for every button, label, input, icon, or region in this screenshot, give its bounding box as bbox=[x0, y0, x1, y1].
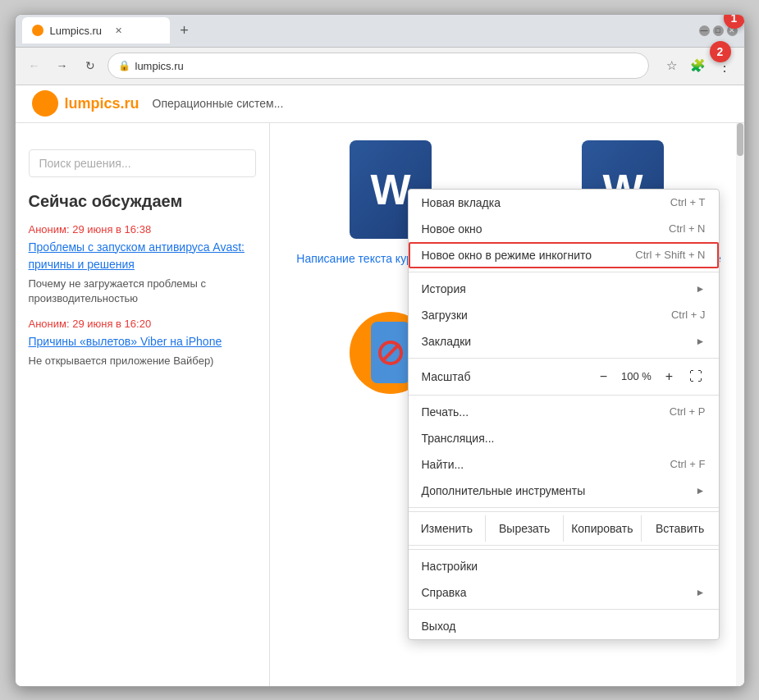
menu-exit[interactable]: Выход bbox=[409, 613, 719, 639]
left-panel: Поиск решения... Сейчас обсуждаем Аноним… bbox=[16, 123, 270, 686]
lock-icon: 🔒 bbox=[118, 60, 130, 71]
menu-incognito-shortcut: Ctrl + Shift + N bbox=[635, 249, 705, 261]
scrollbar-thumb[interactable] bbox=[737, 123, 743, 156]
menu-incognito-label: Новое окно в режиме инкогнито bbox=[422, 249, 592, 262]
title-bar: Lumpics.ru ✕ + — □ ✕ 1 bbox=[16, 15, 744, 48]
zoom-expand-button[interactable]: ⛶ bbox=[686, 367, 706, 387]
site-nav: Операционные систем... bbox=[153, 97, 284, 110]
logo[interactable]: lumpics.ru bbox=[32, 90, 139, 117]
menu-new-tab-label: Новая вкладка bbox=[422, 196, 501, 209]
menu-new-window-label: Новое окно bbox=[422, 222, 482, 236]
tab-close-button[interactable]: ✕ bbox=[112, 24, 125, 37]
context-menu: Новая вкладка Ctrl + T Новое окно Ctrl +… bbox=[408, 189, 720, 640]
zoom-controls: − 100 % + ⛶ bbox=[594, 367, 706, 387]
url-bar[interactable]: 🔒 lumpics.ru bbox=[107, 53, 649, 79]
post2-link[interactable]: Причины «вылетов» Viber на iPhone bbox=[29, 333, 256, 350]
menu-more-tools-label: Дополнительные инструменты bbox=[422, 484, 586, 497]
menu-downloads-shortcut: Ctrl + J bbox=[671, 309, 706, 321]
menu-bookmarks[interactable]: Закладки ► bbox=[409, 328, 719, 355]
menu-downloads[interactable]: Загрузки Ctrl + J bbox=[409, 302, 719, 328]
history-arrow: ► bbox=[696, 283, 706, 295]
menu-help-label: Справка bbox=[422, 586, 467, 599]
menu-find-shortcut: Ctrl + F bbox=[670, 458, 706, 470]
forward-button[interactable]: → bbox=[52, 55, 73, 76]
menu-print-label: Печать... bbox=[422, 405, 469, 419]
edit-button[interactable]: Изменить bbox=[409, 515, 487, 542]
menu-zoom-row: Масштаб − 100 % + ⛶ bbox=[409, 362, 719, 391]
no-sign bbox=[378, 341, 403, 365]
menu-find-label: Найти... bbox=[422, 458, 464, 471]
menu-cast[interactable]: Трансляция... bbox=[409, 425, 719, 451]
zoom-plus-button[interactable]: + bbox=[660, 367, 679, 387]
menu-settings[interactable]: Настройки bbox=[409, 553, 719, 579]
post1-desc: Почему не загружается проблемы с произво… bbox=[29, 277, 256, 306]
menu-settings-label: Настройки bbox=[422, 560, 478, 573]
url-text: lumpics.ru bbox=[135, 60, 184, 72]
menu-print-shortcut: Ctrl + P bbox=[670, 405, 706, 418]
menu-new-tab-shortcut: Ctrl + T bbox=[670, 196, 706, 208]
section-title: Сейчас обсуждаем bbox=[29, 190, 256, 212]
zoom-label: Масштаб bbox=[422, 370, 471, 383]
menu-new-window-shortcut: Ctrl + N bbox=[669, 222, 705, 235]
separator-2 bbox=[409, 358, 719, 359]
back-button[interactable]: ← bbox=[24, 55, 45, 76]
post1-date: Аноним: 29 июня в 16:38 bbox=[29, 223, 256, 236]
minimize-button[interactable]: — bbox=[699, 25, 710, 36]
post2-date: Аноним: 29 июня в 16:20 bbox=[29, 318, 256, 330]
menu-print[interactable]: Печать... Ctrl + P bbox=[409, 399, 719, 425]
bookmarks-arrow: ► bbox=[696, 336, 706, 347]
tab-title: Lumpics.ru bbox=[50, 25, 103, 37]
browser-window: Lumpics.ru ✕ + — □ ✕ 1 ← → ↻ 🔒 lum bbox=[15, 14, 745, 687]
badge-2: 2 bbox=[710, 41, 731, 62]
logo-text: lumpics.ru bbox=[65, 95, 139, 112]
menu-new-window[interactable]: Новое окно Ctrl + N bbox=[409, 216, 719, 242]
post2-desc: Не открывается приложение Вайбер) bbox=[29, 354, 256, 368]
phone-inner bbox=[371, 322, 410, 383]
extensions-icon[interactable]: 🧩 bbox=[687, 54, 710, 77]
menu-history-label: История bbox=[422, 282, 466, 295]
separator-1 bbox=[409, 272, 719, 272]
menu-help[interactable]: Справка ► bbox=[409, 579, 719, 606]
site-content: Поиск решения... Сейчас обсуждаем Аноним… bbox=[16, 123, 744, 686]
scrollbar[interactable] bbox=[736, 123, 744, 686]
window-controls: — □ ✕ 1 bbox=[699, 25, 738, 36]
menu-new-tab[interactable]: Новая вкладка Ctrl + T bbox=[409, 190, 719, 216]
address-bar: ← → ↻ 🔒 lumpics.ru ☆ 🧩 ⋮ 2 bbox=[16, 48, 744, 85]
site-header: lumpics.ru Операционные систем... bbox=[16, 85, 744, 123]
separator-6 bbox=[409, 609, 719, 610]
badge-1: 1 bbox=[724, 14, 745, 29]
more-tools-arrow: ► bbox=[696, 485, 706, 496]
zoom-value: 100 % bbox=[620, 370, 653, 382]
menu-incognito[interactable]: Новое окно в режиме инкогнито Ctrl + Shi… bbox=[409, 242, 719, 268]
bookmark-icon[interactable]: ☆ bbox=[661, 54, 684, 77]
logo-icon bbox=[32, 90, 58, 117]
menu-downloads-label: Загрузки bbox=[422, 309, 468, 322]
cut-button[interactable]: Вырезать bbox=[486, 515, 564, 542]
refresh-button[interactable]: ↻ bbox=[80, 55, 101, 76]
post1-link[interactable]: Проблемы с запуском антивируса Avast: пр… bbox=[29, 239, 256, 273]
toolbar-icons: ☆ 🧩 ⋮ 2 bbox=[661, 54, 736, 77]
separator-3 bbox=[409, 395, 719, 396]
zoom-minus-button[interactable]: − bbox=[594, 367, 614, 387]
word-letter: W bbox=[370, 165, 410, 214]
edit-row: Изменить Вырезать Копировать Вставить bbox=[409, 511, 719, 546]
separator-5 bbox=[409, 549, 719, 550]
copy-button[interactable]: Копировать bbox=[564, 515, 642, 542]
maximize-button[interactable]: □ bbox=[713, 25, 724, 36]
menu-cast-label: Трансляция... bbox=[422, 432, 495, 445]
new-tab-button[interactable]: + bbox=[173, 19, 196, 42]
help-arrow: ► bbox=[696, 587, 706, 598]
tab-favicon bbox=[32, 25, 43, 36]
separator-4 bbox=[409, 507, 719, 508]
search-box[interactable]: Поиск решения... bbox=[29, 149, 256, 177]
active-tab[interactable]: Lumpics.ru ✕ bbox=[22, 17, 170, 43]
paste-button[interactable]: Вставить bbox=[642, 515, 719, 542]
menu-more-tools[interactable]: Дополнительные инструменты ► bbox=[409, 478, 719, 504]
menu-bookmarks-label: Закладки bbox=[422, 335, 472, 348]
menu-exit-label: Выход bbox=[422, 620, 456, 633]
menu-find[interactable]: Найти... Ctrl + F bbox=[409, 451, 719, 478]
menu-history[interactable]: История ► bbox=[409, 276, 719, 302]
